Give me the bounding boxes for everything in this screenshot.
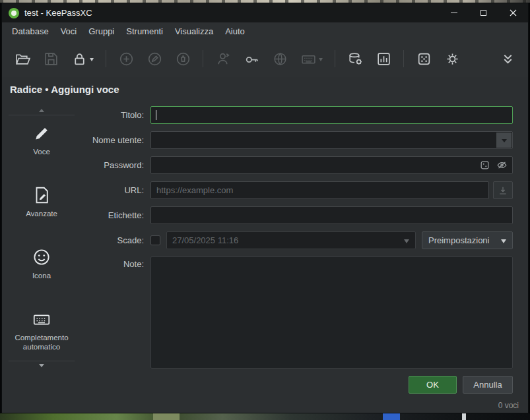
download-favicon-icon: [498, 185, 508, 196]
menu-voci[interactable]: Voci: [55, 23, 83, 40]
toolbar-separator: [335, 50, 335, 67]
overflow-chevron-icon: [500, 51, 516, 67]
chevron-down-icon: [502, 139, 507, 145]
window-title: test - KeePassXC: [24, 8, 92, 18]
menu-strumenti[interactable]: Strumenti: [120, 23, 169, 40]
menu-aiuto[interactable]: Aiuto: [219, 23, 251, 40]
dialog-buttons: OK Annulla: [409, 376, 513, 394]
nome-utente-label: Nome utente:: [80, 135, 144, 145]
nome-utente-dropdown-button[interactable]: [496, 133, 512, 148]
cancel-button[interactable]: Annulla: [463, 376, 513, 394]
reports-icon: [376, 51, 392, 67]
chevron-down-icon: [404, 239, 409, 246]
scade-row: Scade: 27/05/2025 11:16 Preimpostazioni: [80, 231, 513, 249]
keepassxc-logo-icon: [9, 8, 19, 18]
new-entry-button[interactable]: [116, 47, 136, 70]
database-settings-button[interactable]: [345, 47, 365, 70]
edit-entry-icon: [147, 51, 163, 67]
scade-date-value: 27/05/2025 11:16: [172, 235, 398, 245]
note-label: Note:: [80, 256, 144, 269]
password-generator-button[interactable]: [414, 47, 434, 70]
etichette-row: Etichette:: [80, 206, 513, 224]
scroll-down-icon: [39, 364, 44, 367]
delete-entry-button[interactable]: [173, 47, 193, 70]
password-input[interactable]: [150, 156, 513, 174]
close-button[interactable]: [498, 3, 528, 22]
preimpostazioni-button[interactable]: Preimpostazioni: [422, 231, 513, 249]
menu-visualizza[interactable]: Visualizza: [169, 23, 219, 40]
scade-label: Scade:: [80, 235, 144, 245]
taskbar-fragment: [462, 413, 466, 420]
password-visibility-icon[interactable]: [496, 160, 508, 171]
open-database-icon: [15, 51, 31, 67]
database-settings-icon: [347, 51, 364, 67]
window-controls: [439, 3, 528, 22]
reports-button[interactable]: [374, 47, 393, 70]
toolbar-overflow-button[interactable]: [498, 47, 517, 70]
statusbar: 0 voci: [2, 398, 528, 413]
nome-utente-combo[interactable]: [150, 131, 513, 149]
download-favicon-button[interactable]: [493, 181, 513, 199]
toolbar-separator: [106, 50, 106, 67]
sidebar-item-avanzate[interactable]: Avanzate: [9, 177, 75, 239]
autotype-button[interactable]: [298, 47, 325, 70]
lock-database-button[interactable]: [69, 47, 96, 70]
copy-password-icon: [244, 51, 260, 67]
keyboard-icon: [32, 309, 51, 329]
entry-count: 0 voci: [498, 401, 519, 410]
titolo-input[interactable]: [150, 106, 513, 124]
password-generator-small-icon[interactable]: [479, 160, 490, 171]
url-label: URL:: [80, 185, 144, 195]
maximize-button[interactable]: [469, 3, 498, 22]
minimize-icon: [451, 13, 457, 13]
menu-database[interactable]: Database: [6, 23, 55, 40]
copy-url-button[interactable]: [270, 47, 290, 70]
wallpaper-fragment: [153, 413, 180, 420]
preimpostazioni-label: Preimpostazioni: [428, 235, 490, 245]
sidebar-item-icona[interactable]: Icona: [9, 239, 75, 301]
note-textarea[interactable]: [150, 256, 513, 369]
sidebar-scroll-down[interactable]: [9, 361, 75, 370]
smiley-icon: [32, 247, 51, 267]
ok-button[interactable]: OK: [409, 376, 457, 394]
sidebar-item-completamento[interactable]: Completamento automatico: [9, 301, 75, 363]
password-row: Password:: [80, 156, 513, 174]
etichette-input[interactable]: [150, 206, 513, 224]
toolbar-separator: [203, 50, 203, 67]
chevron-down-icon: [501, 239, 506, 246]
settings-button[interactable]: [442, 47, 462, 70]
menu-gruppi[interactable]: Gruppi: [83, 23, 120, 40]
pencil-icon: [32, 123, 51, 143]
settings-icon: [444, 51, 461, 67]
minimize-button[interactable]: [439, 3, 469, 22]
sidebar-item-voce[interactable]: Voce: [9, 115, 75, 177]
new-entry-icon: [118, 51, 135, 67]
scroll-up-icon: [39, 109, 44, 112]
copy-password-button[interactable]: [242, 47, 261, 70]
sidebar-item-label: Completamento automatico: [9, 334, 75, 352]
url-input[interactable]: [150, 181, 489, 199]
text-caret: [156, 110, 156, 120]
taskbar-fragment: [383, 413, 400, 420]
edit-entry-button[interactable]: [145, 47, 164, 70]
save-database-button[interactable]: [41, 47, 61, 70]
url-row: URL:: [80, 181, 513, 199]
delete-entry-icon: [175, 51, 191, 67]
titolo-row: Titolo:: [80, 106, 513, 124]
scade-checkbox[interactable]: [150, 235, 160, 245]
sidebar-scroll-up[interactable]: [9, 106, 75, 115]
scade-dropdown-button[interactable]: [398, 232, 415, 249]
password-label: Password:: [80, 160, 144, 170]
open-database-button[interactable]: [13, 47, 32, 70]
close-icon: [510, 9, 517, 16]
copy-username-icon: [215, 51, 232, 67]
breadcrumb: Radice • Aggiungi voce: [2, 77, 528, 101]
sidebar-item-label: Icona: [32, 272, 51, 281]
save-database-icon: [43, 51, 59, 67]
scade-date-input[interactable]: 27/05/2025 11:16: [166, 231, 416, 249]
desktop-edge-bottom: [0, 413, 530, 420]
keepassxc-window: test - KeePassXC Database Voci Gruppi St…: [1, 3, 529, 413]
lock-database-icon: [71, 51, 88, 67]
copy-username-button[interactable]: [213, 47, 233, 70]
titlebar[interactable]: test - KeePassXC: [2, 3, 528, 22]
